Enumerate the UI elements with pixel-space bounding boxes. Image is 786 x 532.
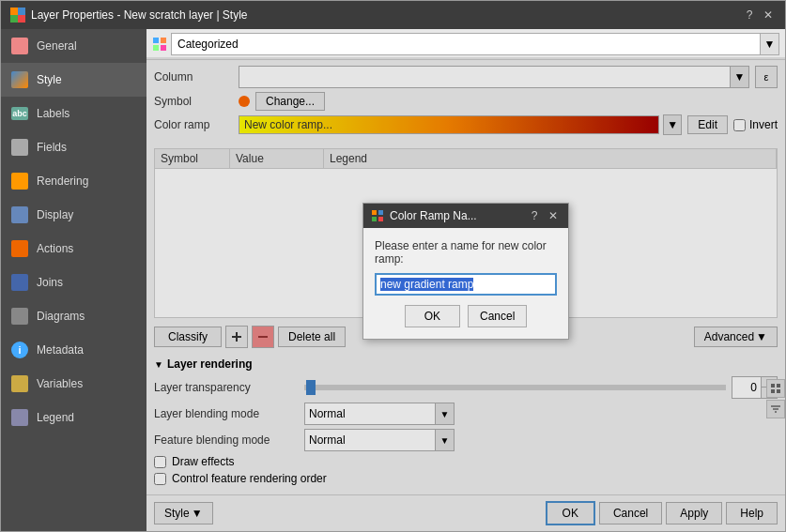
modal-ok-button[interactable]: OK [405, 305, 460, 327]
sidebar-label-display: Display [37, 208, 73, 221]
minus-icon [257, 331, 269, 342]
sidebar-item-display[interactable]: Display [1, 198, 146, 232]
help-button[interactable]: Help [726, 502, 778, 524]
layer-rendering-section: ▼ Layer rendering Layer transparency [146, 352, 785, 494]
symbol-label: Symbol [154, 95, 239, 108]
colorramp-row: Color ramp New color ramp... ▼ Edit Inve… [154, 114, 778, 135]
sidebar-item-legend[interactable]: Legend [1, 401, 146, 434]
modal-body: Please enter a name for new color ramp: … [363, 228, 568, 339]
sidebar-item-diagrams[interactable]: Diagrams [1, 299, 146, 333]
delete-all-button[interactable]: Delete all [278, 327, 346, 347]
question-button[interactable]: ? [742, 8, 757, 23]
modal-message: Please enter a name for new color ramp: [375, 239, 557, 266]
advanced-label: Advanced [704, 330, 754, 343]
transparency-slider-thumb[interactable] [306, 380, 316, 395]
actions-icon [10, 239, 29, 258]
layer-rendering-header: ▼ Layer rendering [154, 357, 778, 371]
sidebar-item-fields[interactable]: Fields [1, 130, 146, 164]
advanced-button[interactable]: Advanced ▼ [694, 327, 778, 347]
transparency-slider-container: ▲ ▼ [304, 376, 778, 399]
feature-blending-value: Normal [305, 433, 435, 447]
control-rendering-checkbox[interactable] [154, 473, 166, 485]
display-icon [10, 205, 29, 224]
invert-checkbox[interactable] [733, 119, 746, 131]
svg-rect-3 [18, 15, 25, 23]
side-icon-button-1[interactable] [766, 379, 785, 398]
sidebar-label-fields: Fields [37, 141, 67, 154]
side-icon-button-2[interactable] [766, 400, 785, 418]
add-icon-button[interactable] [225, 326, 248, 348]
sidebar-item-actions[interactable]: Actions [1, 232, 146, 266]
draw-effects-label: Draw effects [172, 455, 234, 468]
control-rendering-label: Control feature rendering order [172, 472, 327, 485]
table-col-value: Value [230, 149, 324, 168]
ok-button[interactable]: OK [546, 501, 595, 525]
section-arrow: ▼ [154, 359, 163, 370]
sidebar-item-general[interactable]: General [1, 29, 146, 63]
sidebar-label-diagrams: Diagrams [37, 310, 85, 323]
categorized-icon [152, 37, 167, 52]
titlebar-controls: ? ✕ [742, 8, 776, 23]
symbol-controls: Change... [239, 92, 325, 111]
blending-label: Layer blending mode [154, 407, 304, 420]
modal-title: Color Ramp Na... [390, 209, 477, 222]
modal-cancel-button[interactable]: Cancel [468, 305, 527, 327]
style-button[interactable]: Style ▼ [154, 502, 213, 524]
sidebar-label-joins: Joins [37, 276, 63, 289]
bottom-bar: Style ▼ OK Cancel Apply Help [146, 494, 785, 531]
modal-question-button[interactable]: ? [527, 208, 542, 223]
svg-rect-0 [10, 8, 18, 15]
sidebar-item-style[interactable]: Style [1, 63, 146, 97]
invert-row: Invert [733, 118, 778, 131]
transparency-row: Layer transparency ▲ ▼ [154, 376, 778, 399]
feature-blending-combo[interactable]: Normal ▼ [304, 429, 455, 451]
color-ramp-name-input[interactable] [375, 273, 557, 296]
rendering-icon [10, 172, 29, 190]
blending-combo[interactable]: Normal ▼ [304, 403, 455, 425]
close-button[interactable]: ✕ [761, 8, 776, 23]
colorramp-combo-wrapper: New color ramp... ▼ [239, 114, 682, 135]
legend-icon [10, 408, 29, 427]
sidebar-item-variables[interactable]: Variables [1, 367, 146, 401]
classify-button[interactable]: Classify [154, 327, 222, 347]
column-label: Column [154, 70, 239, 84]
sidebar-item-metadata[interactable]: i Metadata [1, 333, 146, 367]
properties-area: Column ▼ ε Symbol [146, 60, 785, 144]
transparency-slider-track[interactable] [304, 385, 726, 390]
modal-close-button[interactable]: ✕ [546, 208, 561, 223]
svg-rect-12 [777, 384, 780, 388]
apply-button[interactable]: Apply [666, 502, 722, 524]
svg-rect-14 [777, 389, 780, 393]
svg-rect-11 [771, 384, 775, 388]
column-combo[interactable]: ▼ [239, 66, 749, 88]
content-wrapper: Categorized ▼ Column ▼ ε [146, 29, 785, 531]
colorramp-dropdown-arrow[interactable]: ▼ [663, 114, 682, 135]
epsilon-button[interactable]: ε [755, 66, 778, 88]
svg-rect-20 [372, 217, 377, 221]
labels-icon: abc [10, 104, 29, 123]
draw-effects-checkbox[interactable] [154, 456, 166, 468]
draw-effects-row: Draw effects [154, 455, 778, 468]
style-type-dropdown[interactable]: Categorized ▼ [171, 33, 779, 55]
sidebar-item-rendering[interactable]: Rendering [1, 164, 146, 198]
transparency-value[interactable] [732, 377, 761, 398]
edit-button[interactable]: Edit [687, 115, 728, 134]
plus-icon [231, 331, 242, 342]
titlebar-left: Layer Properties - New scratch layer | S… [10, 8, 248, 23]
column-row: Column ▼ ε [154, 66, 778, 88]
sidebar-item-labels[interactable]: abc Labels [1, 97, 146, 130]
colorramp-gradient[interactable] [239, 115, 659, 134]
svg-rect-5 [161, 38, 166, 43]
column-combo-arrow: ▼ [730, 67, 748, 87]
colorramp-controls: New color ramp... ▼ Edit Invert [239, 114, 778, 135]
sidebar-label-legend: Legend [37, 411, 74, 424]
filter-icon [770, 403, 781, 415]
remove-icon-button[interactable] [252, 326, 274, 348]
sidebar-label-rendering: Rendering [37, 175, 88, 188]
change-button[interactable]: Change... [255, 92, 325, 111]
titlebar: Layer Properties - New scratch layer | S… [1, 1, 785, 29]
cancel-button[interactable]: Cancel [599, 502, 662, 524]
sidebar-item-joins[interactable]: Joins [1, 266, 146, 299]
top-bar: Categorized ▼ [146, 29, 785, 60]
blending-arrow: ▼ [435, 403, 454, 424]
